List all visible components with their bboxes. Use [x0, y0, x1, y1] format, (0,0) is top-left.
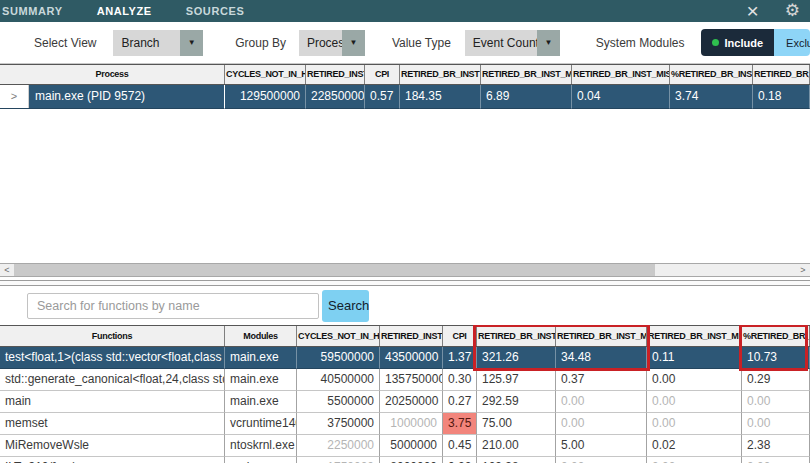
- table-cell: 228500000: [306, 85, 365, 109]
- column-header[interactable]: RETIRED_BR_INST (PTI: [400, 65, 481, 84]
- table-cell: 0.00: [742, 457, 810, 463]
- scrollbar-track[interactable]: [655, 264, 796, 276]
- column-header[interactable]: Modules: [225, 326, 297, 346]
- filter-bar: Select View Branch ▼ Group By Process ▼ …: [0, 22, 810, 64]
- table-cell: 40500000: [297, 369, 380, 391]
- table-cell: 0.22: [443, 457, 477, 463]
- column-header-label: RETIRED_BR_INST_MISP (PT: [557, 331, 647, 341]
- table-cell: ntoskrnl.exe: [225, 435, 297, 457]
- chevron-down-icon: ▼: [342, 30, 365, 56]
- column-header[interactable]: CYCLES_NOT_IN_HALT ▼: [225, 65, 306, 84]
- tab-sources[interactable]: SOURCES: [169, 5, 262, 17]
- horizontal-scrollbar[interactable]: < >: [0, 263, 810, 277]
- scroll-left-icon[interactable]: <: [0, 264, 14, 276]
- table-header-row: ProcessCYCLES_NOT_IN_HALT ▼RETIRED_INSTC…: [0, 64, 810, 85]
- column-header-label: RETIRED_INST: [307, 69, 365, 79]
- column-header[interactable]: CPI: [365, 65, 400, 84]
- table-cell: 5.00: [556, 435, 647, 457]
- column-header-label: Process: [96, 69, 129, 79]
- table-cell: vcruntime140.d: [225, 413, 297, 435]
- close-icon[interactable]: ×: [746, 0, 758, 22]
- functions-pane: FunctionsModulesCYCLES_NOT_IN_HALT ▼RETI…: [0, 325, 810, 463]
- table-cell: >main.exe (PID 9572): [0, 85, 225, 109]
- process-row[interactable]: >main.exe (PID 9572)1295000002285000000.…: [0, 85, 810, 109]
- top-nav-bar: SUMMARY ANALYZE SOURCES × ⚙: [0, 0, 810, 22]
- table-cell: 59500000: [297, 347, 380, 369]
- table-cell: 8000000: [380, 457, 443, 463]
- column-header[interactable]: CPI: [443, 326, 477, 346]
- table-cell: 5000000: [380, 435, 443, 457]
- table-cell: 0.00: [647, 457, 742, 463]
- function-row[interactable]: MiRemoveWslentoskrnl.exe225000050000000.…: [0, 435, 810, 457]
- search-input[interactable]: [27, 293, 319, 319]
- column-header[interactable]: %RETIRED_BR_IN: [742, 326, 810, 346]
- column-header-label: Functions: [92, 331, 132, 341]
- expand-chevron-icon[interactable]: >: [0, 85, 29, 108]
- table-cell: 0.02: [647, 435, 742, 457]
- table-cell: main.exe: [225, 369, 297, 391]
- table-cell: 0.30: [443, 369, 477, 391]
- scroll-right-icon[interactable]: >: [796, 264, 810, 276]
- select-view-label: Select View: [34, 36, 96, 50]
- group-by-dropdown[interactable]: Process ▼: [299, 30, 365, 56]
- column-header-label: RETIRED_BR_INST_MISP_RAT: [648, 331, 742, 341]
- table-cell: 0.29: [742, 369, 810, 391]
- column-header[interactable]: RETIRED_BR_INST_MISP (PT: [481, 65, 572, 84]
- table-cell: ILT+310([, ...): [0, 457, 225, 463]
- tab-summary[interactable]: SUMMARY: [0, 5, 80, 17]
- gear-icon[interactable]: ⚙: [785, 0, 800, 22]
- function-row[interactable]: ILT+310([, ...)main.exe175000080000000.2…: [0, 457, 810, 463]
- table-cell: 109.38: [477, 457, 556, 463]
- search-button[interactable]: Search: [322, 290, 369, 322]
- tab-analyze[interactable]: ANALYZE: [80, 5, 169, 17]
- table-cell: 0.00: [647, 369, 742, 391]
- table-cell: 3750000: [297, 413, 380, 435]
- column-header[interactable]: RETIRED_BR_IN: [753, 65, 810, 84]
- column-header[interactable]: RETIRED_INST: [380, 326, 443, 346]
- table-cell: 0.27: [443, 391, 477, 413]
- column-header[interactable]: RETIRED_BR_INST (PTI: [477, 326, 556, 346]
- column-header[interactable]: Functions: [0, 326, 225, 346]
- column-header-label: RETIRED_BR_INST_MISP_RATI: [573, 69, 670, 79]
- table-cell: 0.00: [647, 413, 742, 435]
- table-cell: 20250000: [380, 391, 443, 413]
- table-cell: 0.00: [742, 413, 810, 435]
- table-cell: 0.45: [443, 435, 477, 457]
- function-row[interactable]: memsetvcruntime140.d375000010000003.7575…: [0, 413, 810, 435]
- table-cell: 129500000: [225, 85, 306, 109]
- table-cell: 210.00: [477, 435, 556, 457]
- table-cell: 0.11: [647, 347, 742, 369]
- table-cell: 5500000: [297, 391, 380, 413]
- exclude-button[interactable]: Exclude: [774, 29, 810, 56]
- include-button[interactable]: Include: [701, 29, 775, 56]
- column-header[interactable]: RETIRED_BR_INST_MISP_RAT: [647, 326, 742, 346]
- group-by-label: Group By: [235, 36, 286, 50]
- scrollbar-thumb[interactable]: [14, 264, 655, 276]
- column-header[interactable]: Process: [0, 65, 225, 84]
- function-row[interactable]: std::generate_canonical<float,24,class s…: [0, 369, 810, 391]
- chevron-down-icon: ▼: [180, 30, 203, 56]
- table-cell: test<float,1>(class std::vector<float,cl…: [0, 347, 225, 369]
- table-cell: 0.37: [556, 369, 647, 391]
- process-table: ProcessCYCLES_NOT_IN_HALT ▼RETIRED_INSTC…: [0, 64, 810, 109]
- value-type-label: Value Type: [392, 36, 451, 50]
- column-header-label: RETIRED_BR_INST (PTI: [401, 69, 481, 79]
- value-type-value: Event Count: [465, 30, 537, 56]
- value-type-dropdown[interactable]: Event Count ▼: [465, 30, 560, 56]
- column-header[interactable]: %RETIRED_BR_INST_MIS: [670, 65, 753, 84]
- column-header[interactable]: RETIRED_BR_INST_MISP (PT: [556, 326, 647, 346]
- table-cell: 1000000: [380, 413, 443, 435]
- column-header[interactable]: RETIRED_BR_INST_MISP_RATI: [572, 65, 670, 84]
- column-header-label: CPI: [375, 69, 389, 79]
- column-header[interactable]: RETIRED_INST: [306, 65, 365, 84]
- table-cell: 0.00: [556, 457, 647, 463]
- table-cell: 34.48: [556, 347, 647, 369]
- system-modules-toggle: Include Exclude: [701, 29, 810, 56]
- system-modules-label: System Modules: [596, 36, 685, 50]
- column-header[interactable]: CYCLES_NOT_IN_HALT ▼: [297, 326, 380, 346]
- function-row[interactable]: test<float,1>(class std::vector<float,cl…: [0, 347, 810, 369]
- select-view-dropdown[interactable]: Branch ▼: [113, 30, 203, 56]
- function-row[interactable]: mainmain.exe5500000202500000.27292.590.0…: [0, 391, 810, 413]
- column-header-label: %RETIRED_BR_INST_MIS: [671, 69, 753, 79]
- include-label: Include: [725, 37, 764, 49]
